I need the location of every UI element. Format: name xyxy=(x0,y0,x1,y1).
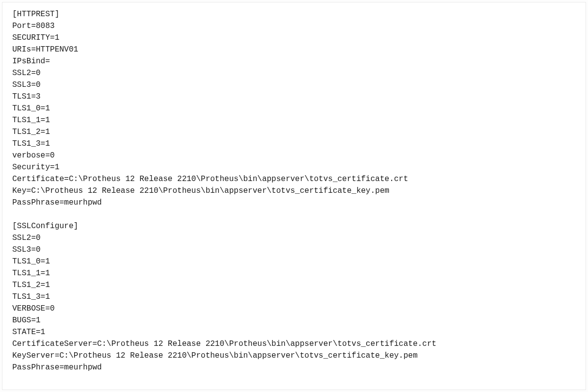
config-line: SECURITY=1 xyxy=(12,32,576,44)
config-line: SSL2=0 xyxy=(12,67,576,79)
config-line: Security=1 xyxy=(12,161,576,173)
config-line: verbose=0 xyxy=(12,150,576,161)
config-line: TLS1_2=1 xyxy=(12,126,576,138)
config-line: TLS1=3 xyxy=(12,91,576,103)
config-line: IPsBind= xyxy=(12,55,576,67)
config-line: SSL3=0 xyxy=(12,244,576,256)
config-line: BUGS=1 xyxy=(12,314,576,326)
config-line: Port=8083 xyxy=(12,20,576,32)
config-line: TLS1_2=1 xyxy=(12,279,576,291)
config-line: PassPhrase=meurhpwd xyxy=(12,197,576,209)
config-line: TLS1_3=1 xyxy=(12,291,576,303)
config-line: TLS1_3=1 xyxy=(12,138,576,150)
config-line: Certificate=C:\Protheus 12 Release 2210\… xyxy=(12,173,576,185)
config-file-content: [HTTPREST] Port=8083 SECURITY=1 URIs=HTT… xyxy=(2,2,586,390)
config-line: TLS1_1=1 xyxy=(12,114,576,126)
config-line: URIs=HTTPENV01 xyxy=(12,44,576,55)
config-line: Key=C:\Protheus 12 Release 2210\Protheus… xyxy=(12,185,576,197)
config-line: [SSLConfigure] xyxy=(12,220,576,232)
blank-line xyxy=(12,209,576,220)
config-line: TLS1_0=1 xyxy=(12,103,576,114)
config-line: KeyServer=C:\Protheus 12 Release 2210\Pr… xyxy=(12,350,576,362)
config-line: TLS1_0=1 xyxy=(12,256,576,267)
config-line: CertificateServer=C:\Protheus 12 Release… xyxy=(12,338,576,350)
config-line: VERBOSE=0 xyxy=(12,303,576,314)
config-line: STATE=1 xyxy=(12,326,576,338)
config-line: PassPhrase=meurhpwd xyxy=(12,362,576,373)
config-line: SSL3=0 xyxy=(12,79,576,91)
config-line: [HTTPREST] xyxy=(12,8,576,20)
config-line: TLS1_1=1 xyxy=(12,267,576,279)
config-line: SSL2=0 xyxy=(12,232,576,244)
